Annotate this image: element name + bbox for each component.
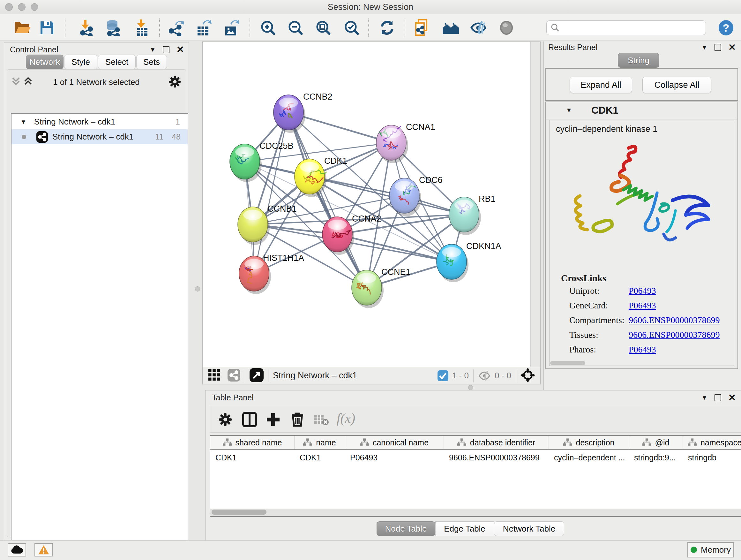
cloud-status-button[interactable] (8, 543, 26, 557)
crosslink-tissues-link[interactable]: 9606.ENSP00000378699 (629, 330, 720, 340)
network-collection-row[interactable]: ▼ String Network – cdk1 1 (11, 114, 188, 129)
zoom-in-icon (260, 20, 276, 36)
tab-edge-table[interactable]: Edge Table (435, 521, 494, 536)
crosslink-pharos-link[interactable]: P06493 (629, 345, 656, 355)
open-session-button[interactable] (14, 19, 31, 37)
network-options-gear-button[interactable] (169, 75, 181, 89)
protein-collapse-triangle-icon[interactable]: ▼ (566, 107, 572, 114)
column-header-canonical-name[interactable]: canonical name (345, 436, 444, 449)
collapse-all-button[interactable]: Collapse All (643, 77, 711, 93)
cell--id[interactable]: stringdb:9... (629, 450, 683, 464)
cell-shared-name[interactable]: CDK1 (210, 450, 294, 464)
zoom-fit-button[interactable] (315, 19, 332, 37)
tab-sets[interactable]: Sets (136, 55, 167, 69)
column-header-shared-name[interactable]: shared name (210, 436, 294, 449)
zoom-in-button[interactable] (259, 19, 277, 37)
tab-node-table[interactable]: Node Table (377, 521, 435, 536)
results-panel-menu-button[interactable]: ▼ (701, 44, 708, 51)
detach-view-button[interactable] (250, 368, 264, 383)
cell-canonical-name[interactable]: P06493 (345, 450, 444, 464)
control-panel-float-button[interactable] (163, 46, 170, 53)
import-network-database-button[interactable] (105, 19, 122, 37)
cell-description[interactable]: cyclin–dependent ... (549, 450, 629, 464)
network-canvas[interactable]: CDK1CCNB1CCNB2CCNA1CCNA2CCNE1CDC25BCDC6R… (203, 42, 531, 367)
navbar-divider (516, 369, 516, 382)
hide-selected-button[interactable] (470, 19, 487, 37)
export-table-button[interactable] (195, 19, 212, 37)
node-label-CCNB1: CCNB1 (267, 204, 297, 213)
network-graph: CDK1CCNB1CCNB2CCNA1CCNA2CCNE1CDC25BCDC6R… (203, 42, 531, 367)
zoom-selected-button[interactable] (343, 19, 360, 37)
warnings-button[interactable] (35, 543, 53, 557)
birds-eye-grid-button[interactable] (208, 369, 220, 382)
expand-all-button[interactable]: Expand All (569, 77, 632, 93)
table-hscroll-thumb[interactable] (212, 509, 266, 515)
control-panel: Control Panel ▼ ✕ Network Style Select S… (4, 42, 189, 540)
cell-namespace[interactable]: stringdb (683, 450, 741, 464)
control-panel-close-button[interactable]: ✕ (177, 45, 184, 54)
tab-string-results[interactable]: String (618, 53, 659, 68)
clone-network-button[interactable] (414, 19, 431, 37)
node-label-CCNA2: CCNA2 (352, 214, 381, 224)
crosslink-compartments-link[interactable]: 9606.ENSP00000378699 (629, 315, 720, 325)
selected-checkbox-icon[interactable] (437, 370, 448, 381)
first-neighbors-button[interactable] (442, 19, 460, 37)
refresh-button[interactable] (379, 19, 396, 37)
crosslink-label: Pharos: (569, 345, 596, 355)
show-columns-button[interactable] (240, 410, 259, 429)
tab-network-table[interactable]: Network Table (494, 521, 564, 536)
gear-icon (218, 413, 232, 427)
table-panel-menu-button[interactable]: ▼ (701, 395, 708, 401)
table-row[interactable]: CDK1CDK1P064939606.ENSP00000378699cyclin… (210, 450, 741, 464)
table-options-gear-button[interactable] (216, 410, 235, 429)
crosslinks-title: CrossLinks (561, 273, 606, 284)
horizontal-splitter-handle[interactable] (468, 385, 473, 390)
tab-network[interactable]: Network (26, 55, 64, 69)
cell-name[interactable]: CDK1 (294, 450, 345, 464)
column-tree-icon (563, 438, 572, 447)
table-horizontal-scrollbar[interactable] (210, 509, 741, 516)
delete-column-button[interactable] (288, 410, 307, 429)
import-network-file-button[interactable] (78, 19, 95, 37)
create-column-button[interactable] (264, 410, 283, 429)
results-panel-float-button[interactable] (715, 44, 721, 51)
table-panel-close-button[interactable]: ✕ (728, 393, 736, 402)
edge-CCNB2-HIST1H1A[interactable] (254, 112, 288, 273)
export-network-button[interactable] (167, 19, 185, 37)
control-panel-menu-button[interactable]: ▼ (150, 47, 156, 53)
collection-expand-triangle-icon[interactable]: ▼ (20, 118, 26, 125)
network-overview-toggle-button[interactable] (227, 369, 240, 383)
show-all-button[interactable] (498, 19, 515, 37)
protein-header-row[interactable]: ▼ CDK1 (546, 102, 738, 119)
crosslink-genecard-link[interactable]: P06493 (629, 300, 656, 311)
zoom-out-button[interactable] (287, 19, 304, 37)
search-input[interactable] (546, 20, 706, 35)
refresh-icon (379, 19, 395, 36)
table-panel-float-button[interactable] (715, 394, 721, 401)
column-header-name[interactable]: name (294, 436, 345, 449)
help-button[interactable]: ? (718, 19, 735, 37)
function-builder-button[interactable]: f(x) (336, 409, 355, 428)
tab-style[interactable]: Style (64, 55, 97, 69)
trash-icon (290, 412, 305, 427)
column-header--id[interactable]: @id (629, 436, 683, 449)
clone-network-icon (414, 19, 430, 37)
results-hscroll-thumb[interactable] (550, 361, 585, 365)
fit-content-button[interactable] (521, 368, 535, 384)
column-header-database-identifier[interactable]: database identifier (444, 436, 549, 449)
import-table-file-button[interactable] (134, 19, 151, 37)
delete-table-button[interactable] (312, 410, 331, 429)
results-panel-close-button[interactable]: ✕ (728, 43, 736, 52)
tab-select[interactable]: Select (98, 55, 136, 69)
cell-database-identifier[interactable]: 9606.ENSP00000378699 (444, 450, 549, 464)
save-session-button[interactable] (38, 19, 56, 37)
export-image-button[interactable] (222, 19, 240, 37)
network-row[interactable]: String Network – cdk1 11 48 (11, 129, 188, 144)
column-tree-icon (688, 438, 697, 447)
memory-button[interactable]: Memory (687, 542, 734, 557)
column-header-namespace[interactable]: namespace (683, 436, 741, 449)
column-header-description[interactable]: description (549, 436, 629, 449)
node-label-CDC25B: CDC25B (259, 141, 293, 151)
crosslink-uniprot-link[interactable]: P06493 (629, 286, 656, 296)
left-splitter-handle[interactable] (195, 287, 200, 292)
